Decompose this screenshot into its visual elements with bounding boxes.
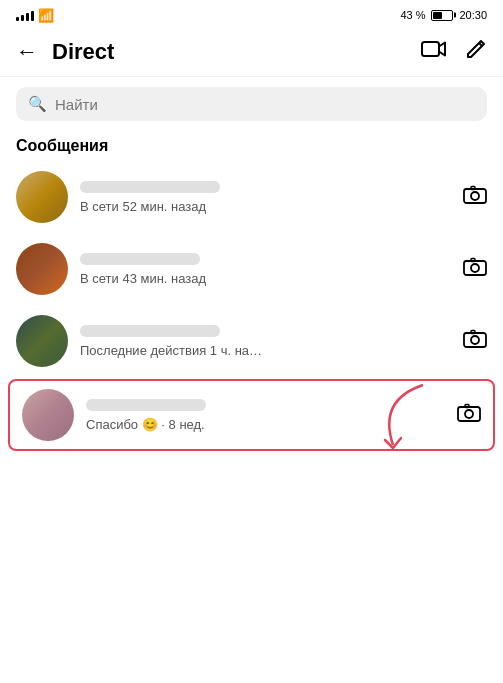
svg-rect-6 <box>471 258 475 261</box>
video-call-icon[interactable] <box>421 39 447 65</box>
avatar <box>22 389 74 441</box>
clock: 20:30 <box>459 9 487 21</box>
contact-name-blur <box>80 253 200 265</box>
battery-percent: 43 % <box>400 9 425 21</box>
svg-rect-9 <box>471 330 475 333</box>
messages-section-label: Сообщения <box>0 127 503 161</box>
search-icon: 🔍 <box>28 95 47 113</box>
nav-right <box>421 38 487 66</box>
wifi-icon: 📶 <box>38 8 54 23</box>
search-box[interactable]: 🔍 <box>16 87 487 121</box>
page-title: Direct <box>52 39 114 65</box>
camera-button[interactable] <box>463 185 487 210</box>
nav-left: ← Direct <box>16 39 114 65</box>
avatar <box>16 171 68 223</box>
svg-rect-0 <box>422 42 439 56</box>
camera-button[interactable] <box>457 403 481 428</box>
message-item[interactable]: Последние действия 1 ч. на… <box>0 305 503 377</box>
status-left: 📶 <box>16 8 54 23</box>
message-status: В сети 43 мин. назад <box>80 271 451 286</box>
status-right: 43 % 20:30 <box>400 9 487 21</box>
avatar <box>16 315 68 367</box>
message-status: Спасибо 😊 · 8 нед. <box>86 417 445 432</box>
camera-button[interactable] <box>463 257 487 282</box>
message-item[interactable]: В сети 43 мин. назад <box>0 233 503 305</box>
message-item[interactable]: В сети 52 мин. назад <box>0 161 503 233</box>
contact-name-blur <box>80 325 220 337</box>
message-status: Последние действия 1 ч. на… <box>80 343 451 358</box>
contact-name-blur <box>86 399 206 411</box>
message-info: В сети 43 мин. назад <box>80 253 451 286</box>
signal-icon <box>16 9 34 21</box>
svg-rect-3 <box>471 186 475 189</box>
compose-icon[interactable] <box>465 38 487 66</box>
svg-point-8 <box>471 336 479 344</box>
svg-point-2 <box>471 192 479 200</box>
status-bar: 📶 43 % 20:30 <box>0 0 503 28</box>
message-info: Последние действия 1 ч. на… <box>80 325 451 358</box>
message-info: В сети 52 мин. назад <box>80 181 451 214</box>
back-button[interactable]: ← <box>16 39 38 65</box>
message-status: В сети 52 мин. назад <box>80 199 451 214</box>
message-list: В сети 52 мин. назад В сети 43 мин. наза… <box>0 161 503 451</box>
search-container: 🔍 <box>0 77 503 127</box>
battery-icon <box>431 10 453 21</box>
avatar <box>16 243 68 295</box>
svg-rect-12 <box>465 404 469 407</box>
nav-bar: ← Direct <box>0 28 503 77</box>
search-input[interactable] <box>55 96 475 113</box>
svg-point-5 <box>471 264 479 272</box>
contact-name-blur <box>80 181 220 193</box>
camera-button[interactable] <box>463 329 487 354</box>
message-item[interactable]: Спасибо 😊 · 8 нед. <box>8 379 495 451</box>
svg-point-11 <box>465 410 473 418</box>
message-info: Спасибо 😊 · 8 нед. <box>86 399 445 432</box>
